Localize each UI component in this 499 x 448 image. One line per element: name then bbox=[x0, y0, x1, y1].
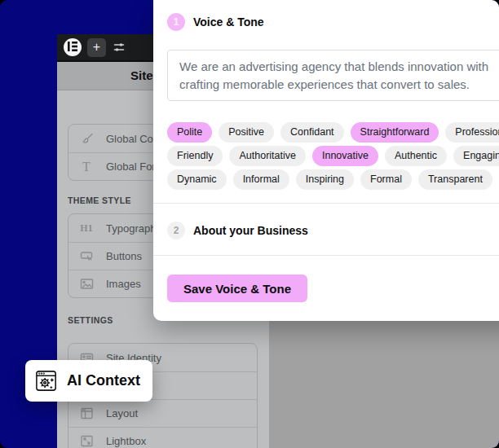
tone-tag-straightforward[interactable]: Straightforward bbox=[351, 122, 439, 143]
tone-tag-informal[interactable]: Informal bbox=[233, 169, 289, 190]
textarea-line-1: We are an advertising agency that blends… bbox=[179, 58, 499, 76]
tone-tag-confidant[interactable]: Confidant bbox=[280, 122, 344, 143]
layout-icon bbox=[78, 406, 95, 422]
tone-tag-authentic[interactable]: Authentic bbox=[385, 146, 447, 166]
tone-tag-innovative[interactable]: Innovative bbox=[312, 146, 378, 166]
sidebar-item-lightbox[interactable]: Lightbox bbox=[68, 427, 257, 448]
tone-tag-polite[interactable]: Polite bbox=[167, 122, 212, 143]
tone-tag-formal[interactable]: Formal bbox=[360, 169, 412, 190]
elementor-menu-button[interactable] bbox=[64, 38, 82, 56]
tone-tag-authoritative[interactable]: Authoritative bbox=[229, 146, 305, 166]
elementor-logo-icon bbox=[68, 40, 77, 55]
sidebar-item-layout[interactable]: Layout bbox=[68, 399, 257, 427]
step-2-badge: 2 bbox=[167, 222, 185, 239]
divider bbox=[153, 203, 499, 204]
ai-context-label: AI Context bbox=[67, 372, 140, 389]
add-element-button[interactable]: + bbox=[87, 38, 106, 57]
tone-tag-engaging[interactable]: Engaging bbox=[453, 146, 499, 166]
tone-tag-positive[interactable]: Positive bbox=[219, 122, 274, 143]
tone-tag-inspiring[interactable]: Inspiring bbox=[296, 169, 354, 190]
button-cursor-icon bbox=[78, 248, 95, 265]
ai-voice-tone-modal: 1 Voice & Tone We are an advertising age… bbox=[153, 0, 499, 321]
save-voice-tone-button[interactable]: Save Voice & Tone bbox=[167, 275, 307, 302]
settings-sliders-icon[interactable] bbox=[112, 40, 126, 55]
step-voice-and-tone[interactable]: 1 Voice & Tone bbox=[167, 13, 264, 31]
voice-tone-textarea[interactable]: We are an advertising agency that blends… bbox=[167, 50, 499, 101]
step-2-title: About your Business bbox=[193, 224, 308, 237]
tone-tag-professional[interactable]: Professional bbox=[445, 122, 499, 143]
app-window: + Site Settings DESIGN SYSTEM Global Col… bbox=[0, 0, 499, 448]
step-about-business[interactable]: 2 About your Business bbox=[167, 222, 308, 239]
tone-tag-row: DynamicInformalInspiringFormalTransparen… bbox=[167, 169, 499, 190]
font-T-icon: T bbox=[78, 159, 95, 175]
tone-tag-dynamic[interactable]: Dynamic bbox=[167, 169, 227, 190]
sidebar-item-label: Lightbox bbox=[106, 435, 146, 447]
sidebar-item-label: Buttons bbox=[106, 250, 142, 262]
lightbox-expand-icon bbox=[78, 433, 95, 448]
step-1-badge: 1 bbox=[167, 13, 185, 31]
image-icon bbox=[78, 276, 95, 292]
sidebar-item-label: Layout bbox=[106, 407, 138, 419]
tone-tag-friendly[interactable]: Friendly bbox=[167, 146, 223, 166]
section-label-settings: SETTINGS bbox=[68, 315, 113, 325]
sidebar-item-label: Images bbox=[106, 278, 141, 290]
section-label-theme-style: THEME STYLE bbox=[68, 195, 131, 205]
tone-tag-row: FriendlyAuthoritativeInnovativeAuthentic… bbox=[167, 146, 499, 166]
h1-icon: H1 bbox=[78, 220, 95, 236]
step-1-title: Voice & Tone bbox=[193, 15, 264, 29]
ai-context-gear-window-icon bbox=[34, 368, 60, 393]
textarea-line-2: crafting memorable experiences that conv… bbox=[179, 76, 499, 94]
ai-context-callout[interactable]: AI Context bbox=[25, 360, 152, 402]
brush-icon bbox=[78, 130, 95, 147]
tone-tag-transparent[interactable]: Transparent bbox=[418, 169, 492, 190]
tone-tags: PolitePositiveConfidantStraightforwardPr… bbox=[167, 122, 499, 193]
tone-tag-row: PolitePositiveConfidantStraightforwardPr… bbox=[167, 122, 499, 143]
divider bbox=[153, 255, 499, 256]
